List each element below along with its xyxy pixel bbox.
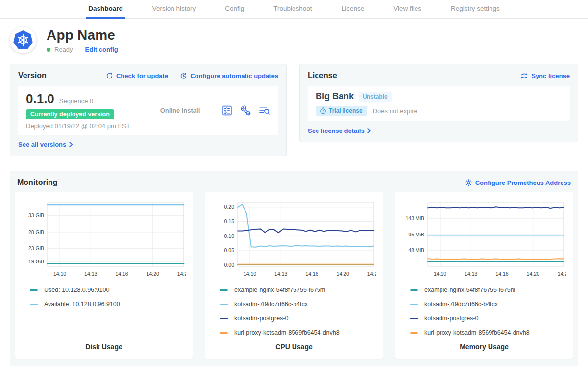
top-nav: Dashboard Version history Config Trouble… [0, 0, 588, 19]
series-line [428, 259, 564, 259]
legend-swatch [220, 332, 228, 334]
legend-item: kotsadm-postgres-0 [410, 315, 566, 322]
legend-swatch [220, 304, 228, 305]
divider [79, 46, 79, 53]
version-number: 0.1.0 [26, 91, 54, 106]
legend-label: kotsadm-7f9dc7d66c-b4tcx [234, 301, 308, 308]
check-for-update-link[interactable]: Check for update [106, 72, 168, 79]
legend-label: kurl-proxy-kotsadm-8569fb6454-dnvh8 [234, 329, 340, 336]
config-wrench-icon[interactable] [240, 105, 251, 116]
cpu-usage-legend: example-nginx-54f8f76755-l675mkotsadm-7f… [212, 287, 376, 336]
expiry-text: Does not expire [373, 107, 417, 115]
legend-swatch [220, 289, 228, 291]
x-tick-label: 14:23 [558, 271, 566, 277]
disk-usage-chart-card: 19 GiB23 GiB28 GiB33 GiB14:1014:1314:161… [15, 192, 193, 359]
legend-label: example-nginx-54f8f76755-l675m [234, 287, 325, 293]
deploy-logs-icon[interactable] [259, 105, 270, 116]
tab-troubleshoot[interactable]: Troubleshoot [271, 0, 314, 19]
legend-item: kurl-proxy-kotsadm-8569fb6454-dnvh8 [220, 329, 376, 336]
version-card-title: Version [18, 71, 47, 80]
channel-badge: Unstable [359, 92, 392, 102]
legend-label: kotsadm-7f9dc7d66c-b4tcx [424, 301, 498, 308]
monitoring-title: Monitoring [17, 178, 58, 187]
sync-icon [520, 72, 528, 79]
legend-label: kurl-proxy-kotsadm-8569fb6454-dnvh8 [424, 329, 530, 336]
x-tick-label: 14:10 [244, 271, 256, 277]
version-card: Version Check for update Configure autom… [10, 64, 287, 156]
legend-swatch [410, 332, 418, 334]
sync-license-link[interactable]: Sync license [520, 72, 570, 79]
app-header: App Name Ready Edit config [0, 19, 588, 53]
gear-icon [465, 179, 472, 186]
clock-refresh-icon [180, 72, 187, 79]
monitoring-section: Monitoring Configure Prometheus Address … [10, 171, 578, 366]
stopwatch-icon [320, 107, 326, 114]
customer-name: Big Bank [316, 91, 354, 102]
legend-label: Available: 10.128.0.96:9100 [44, 301, 120, 308]
y-tick-label: 28 GiB [28, 229, 44, 235]
legend-swatch [30, 289, 38, 291]
x-tick-label: 14:20 [147, 271, 159, 277]
disk-usage-title: Disk Usage [22, 339, 186, 351]
legend-label: kotsadm-postgres-0 [424, 315, 478, 322]
chevron-right-icon [69, 142, 73, 147]
configure-prometheus-link[interactable]: Configure Prometheus Address [465, 179, 571, 186]
legend-item: kotsadm-7f9dc7d66c-b4tcx [220, 301, 376, 308]
memory-usage-plot: 48 MiB95 MiB143 MiB14:1014:1314:1614:201… [402, 198, 566, 280]
sequence-label: Sequence 0 [59, 97, 93, 105]
see-license-details-link[interactable]: See license details [308, 127, 371, 134]
y-tick-label: 0.10 [224, 233, 235, 239]
current-version-box: 0.1.0 Sequence 0 Currently deployed vers… [18, 86, 278, 135]
x-tick-label: 14:23 [368, 271, 376, 277]
plot-border [48, 203, 184, 266]
x-tick-label: 14:20 [337, 271, 349, 277]
y-tick-label: 0.00 [224, 262, 235, 268]
legend-item: kotsadm-postgres-0 [220, 315, 376, 322]
cpu-usage-plot: 0.000.050.100.150.2014:1014:1314:1614:20… [212, 198, 376, 280]
tab-registry-settings[interactable]: Registry settings [449, 0, 502, 19]
x-tick-label: 14:13 [84, 271, 97, 277]
app-status: Ready [54, 46, 73, 53]
license-card-title: License [308, 71, 337, 80]
license-card: License Sync license Big Bank Unstable T… [299, 64, 578, 142]
legend-item: kurl-proxy-kotsadm-8569fb6454-dnvh8 [410, 329, 566, 336]
y-tick-label: 143 MiB [405, 215, 424, 221]
disk-usage-legend: Used: 10.128.0.96:9100Available: 10.128.… [22, 287, 186, 308]
x-tick-label: 14:16 [115, 271, 128, 277]
legend-item: example-nginx-54f8f76755-l675m [220, 287, 376, 293]
tab-license[interactable]: License [340, 0, 367, 19]
legend-item: example-nginx-54f8f76755-l675m [410, 287, 566, 293]
configure-automatic-updates-link[interactable]: Configure automatic updates [180, 72, 278, 79]
y-tick-label: 23 GiB [28, 245, 44, 251]
x-tick-label: 14:10 [434, 271, 446, 277]
legend-item: kotsadm-7f9dc7d66c-b4tcx [410, 301, 566, 308]
see-all-versions-link[interactable]: See all versions [18, 141, 73, 148]
ready-status-dot [47, 48, 50, 52]
trial-license-badge: Trial license [316, 106, 367, 116]
legend-swatch [30, 304, 38, 305]
currently-deployed-badge: Currently deployed version [26, 109, 114, 119]
y-tick-label: 0.15 [224, 218, 235, 224]
y-tick-label: 33 GiB [28, 212, 44, 218]
tab-dashboard[interactable]: Dashboard [86, 0, 125, 19]
cpu-usage-title: CPU Usage [212, 339, 376, 351]
x-tick-label: 14:16 [495, 271, 508, 277]
y-tick-label: 0.20 [224, 204, 235, 209]
refresh-icon [106, 72, 113, 79]
install-type-label: Online Install [139, 107, 221, 114]
tab-config[interactable]: Config [223, 0, 246, 19]
tab-version-history[interactable]: Version history [150, 0, 198, 19]
preflight-checks-icon[interactable] [221, 105, 233, 116]
y-tick-label: 0.05 [224, 247, 235, 253]
legend-label: example-nginx-54f8f76755-l675m [424, 287, 515, 293]
legend-swatch [410, 318, 418, 319]
x-tick-label: 14:13 [465, 271, 477, 277]
license-info-box: Big Bank Unstable Trial license Does not… [308, 86, 570, 121]
series-line [238, 229, 374, 233]
legend-item: Used: 10.128.0.96:9100 [30, 287, 186, 293]
edit-config-link[interactable]: Edit config [85, 46, 118, 53]
memory-usage-chart-card: 48 MiB95 MiB143 MiB14:1014:1314:1614:201… [395, 192, 573, 359]
legend-swatch [410, 304, 418, 305]
tab-view-files[interactable]: View files [392, 0, 423, 19]
y-tick-label: 95 MiB [408, 232, 424, 237]
